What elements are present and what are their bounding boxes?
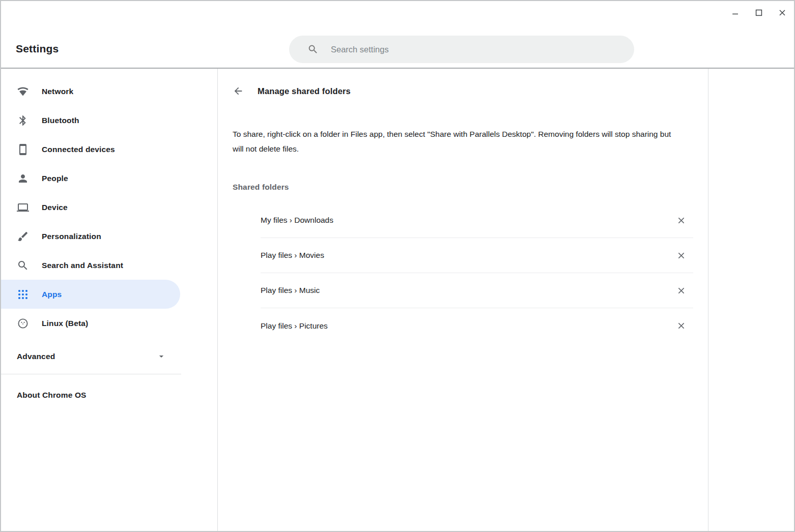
shared-folders-section-label: Shared folders: [233, 183, 708, 192]
apps-grid-icon: [17, 288, 29, 301]
about-label: About Chrome OS: [17, 391, 87, 400]
brush-icon: [17, 230, 29, 243]
shared-folder-row: Play files › Music: [261, 273, 693, 308]
sidebar-item-people[interactable]: People: [1, 164, 180, 193]
remove-folder-button[interactable]: [676, 215, 686, 225]
search-icon: [307, 44, 319, 55]
sidebar-item-label: Network: [42, 87, 73, 96]
close-icon: [676, 216, 686, 225]
laptop-icon: [17, 201, 29, 214]
sidebar: Network Bluetooth Connected devices: [1, 69, 218, 531]
person-icon: [17, 172, 29, 185]
page-header: Manage shared folders: [229, 80, 708, 102]
close-icon: [777, 8, 787, 18]
remove-folder-button[interactable]: [676, 321, 686, 331]
sidebar-item-label: Apps: [42, 290, 62, 299]
shared-folder-row: My files › Downloads: [261, 203, 693, 238]
penguin-icon: [17, 317, 29, 330]
sidebar-item-bluetooth[interactable]: Bluetooth: [1, 106, 180, 135]
close-icon: [676, 321, 686, 331]
description-text: To share, right-click on a folder in Fil…: [233, 127, 684, 156]
minimize-button[interactable]: [730, 8, 741, 18]
chevron-down-icon: [156, 351, 166, 362]
minimize-icon: [730, 8, 741, 18]
sidebar-item-label: Linux (Beta): [42, 319, 88, 328]
remove-folder-button[interactable]: [676, 250, 686, 260]
remove-folder-button[interactable]: [676, 285, 686, 295]
sidebar-item-search-and-assistant[interactable]: Search and Assistant: [1, 251, 180, 280]
main-content: Manage shared folders To share, right-cl…: [218, 69, 708, 531]
sidebar-item-device[interactable]: Device: [1, 193, 180, 222]
sidebar-item-personalization[interactable]: Personalization: [1, 222, 180, 251]
wifi-icon: [17, 85, 29, 98]
folder-path-label: Play files › Movies: [261, 251, 324, 260]
app-header: Settings: [1, 1, 794, 69]
maximize-icon: [754, 8, 764, 18]
folder-path-label: Play files › Music: [261, 286, 320, 295]
sidebar-divider: [1, 374, 181, 374]
bluetooth-icon: [17, 114, 29, 127]
maximize-button[interactable]: [754, 8, 764, 18]
close-icon: [676, 251, 686, 260]
sidebar-item-label: Search and Assistant: [42, 261, 123, 270]
folder-path-label: Play files › Pictures: [261, 321, 328, 331]
sidebar-item-linux-beta[interactable]: Linux (Beta): [1, 309, 180, 338]
sidebar-advanced-toggle[interactable]: Advanced: [1, 342, 180, 371]
settings-window: Settings Network Bluetoo: [0, 0, 795, 532]
advanced-label: Advanced: [17, 352, 55, 361]
shared-folder-row: Play files › Pictures: [261, 308, 693, 343]
sidebar-item-label: Device: [42, 203, 68, 212]
sidebar-item-label: Personalization: [42, 232, 101, 241]
sidebar-item-about-chrome-os[interactable]: About Chrome OS: [1, 380, 217, 409]
close-icon: [676, 286, 686, 295]
page-title: Manage shared folders: [258, 86, 351, 96]
search-input[interactable]: [331, 45, 634, 54]
app-title: Settings: [16, 43, 59, 55]
back-button[interactable]: [229, 82, 247, 100]
shared-folders-list: My files › Downloads Play files › Movies…: [261, 203, 693, 343]
folder-path-label: My files › Downloads: [261, 216, 333, 225]
sidebar-item-network[interactable]: Network: [1, 77, 180, 106]
smartphone-icon: [17, 143, 29, 156]
search-icon: [17, 259, 29, 272]
shared-folder-row: Play files › Movies: [261, 238, 693, 273]
search-bar[interactable]: [289, 36, 634, 63]
sidebar-item-label: People: [42, 174, 68, 183]
sidebar-item-apps[interactable]: Apps: [1, 280, 180, 309]
window-controls: [730, 8, 787, 18]
sidebar-item-label: Bluetooth: [42, 116, 79, 125]
back-arrow-icon: [233, 85, 244, 97]
sidebar-item-label: Connected devices: [42, 145, 115, 154]
sidebar-item-connected-devices[interactable]: Connected devices: [1, 135, 180, 164]
close-button[interactable]: [777, 8, 787, 18]
